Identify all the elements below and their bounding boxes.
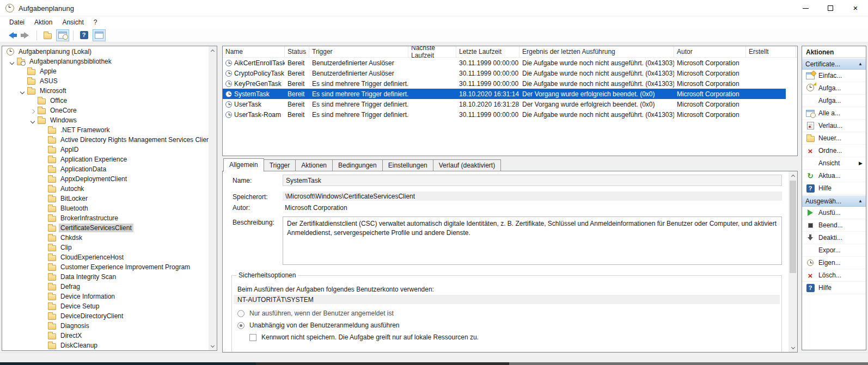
tree-item-clip[interactable]: Clip [2,243,208,252]
action-verlau[interactable]: Verlau... [802,120,866,132]
action-deakti[interactable]: Deakti... [802,232,866,244]
scroll-down-button[interactable] [788,344,797,352]
tree-item-office[interactable]: Office [2,96,208,106]
table-row-systemtask[interactable]: SystemTaskBereitEs sind mehrere Trigger … [223,89,786,99]
actions-section-ausgewäh[interactable]: Ausgewäh...▲ [802,195,866,207]
show-action-pane-button[interactable] [93,29,106,41]
tree-item-bluetooth[interactable]: Bluetooth [2,203,208,213]
radio-run-independent[interactable]: Unabhängig von der Benutzeranmeldung aus… [237,321,400,329]
help-button[interactable]: ? [77,29,90,41]
chevron-down-icon[interactable] [28,118,38,123]
scroll-up-button[interactable] [788,171,797,180]
table-row-aikcertenrolltask[interactable]: AikCertEnrollTaskBereitBenutzerdefiniert… [223,58,786,68]
chevron-down-icon[interactable] [7,59,17,64]
column-header-status[interactable]: Status [285,46,309,58]
tree-item-applicationdata[interactable]: ApplicationData [2,164,208,174]
action-ordne[interactable]: ×Ordne... [802,145,866,157]
action-hilfe[interactable]: ?Hilfe [802,282,866,294]
tree-item-brokerinfrastructure[interactable]: BrokerInfrastructure [2,213,208,223]
scroll-down-button[interactable] [209,342,217,350]
menu-datei[interactable]: Datei [4,17,29,28]
tab-trigger[interactable]: Trigger [264,159,296,171]
tree-item-microsoft[interactable]: Microsoft [2,86,208,96]
radio-icon-checked[interactable] [237,322,244,329]
forward-button[interactable] [20,29,33,41]
tab-allgemein[interactable]: Allgemein [223,158,264,172]
tab-verlauf-deaktiviert[interactable]: Verlauf (deaktiviert) [433,159,501,171]
tree-item-bitlocker[interactable]: BitLocker [2,194,208,203]
show-console-tree-button[interactable] [56,29,69,41]
column-header-ergebnis-der-letzten-ausführung[interactable]: Ergebnis der letzten Ausführung [519,46,674,58]
tree-item-certificateservicesclient[interactable]: CertificateServicesClient [2,223,208,233]
collapse-icon[interactable]: ▲ [858,61,863,66]
action-hilfe[interactable]: ?Hilfe [802,182,866,195]
action-alle-a[interactable]: Alle a... [802,107,866,120]
tree-item-device-information[interactable]: Device Information [2,292,208,301]
tree-item-asus[interactable]: ASUS [2,76,208,86]
tree-scrollbar[interactable] [209,46,217,350]
scroll-up-button[interactable] [209,46,217,54]
scrollbar-thumb[interactable] [790,181,796,273]
name-field[interactable] [283,175,782,186]
table-row-usertask[interactable]: UserTaskBereitEs sind mehrere Trigger de… [223,99,786,109]
column-header-name[interactable]: Name [223,46,285,58]
action-eigen[interactable]: Eigen... [802,257,866,269]
tree-item-data-integrity-scan[interactable]: Data Integrity Scan [2,272,208,282]
tree-item-diskcleanup[interactable]: DiskCleanup [2,341,208,350]
action-ansicht[interactable]: Ansicht▶ [802,157,866,170]
tree-item-onecore[interactable]: OneCore [2,106,208,115]
action-neuer[interactable]: Neuer... [802,132,866,145]
checkbox-no-password[interactable]: Kennwort nicht speichern. Die Aufgabe gr… [249,333,479,341]
column-header-nächste-laufzeit[interactable]: Nächste Laufzeit [408,46,456,58]
menu-[interactable]: ? [89,17,102,28]
checkbox-icon[interactable] [249,334,256,341]
tree-item-aufgabenplanung-lokal[interactable]: Aufgabenplanung (Lokal) [2,47,208,57]
tree-item-windows[interactable]: Windows [2,115,208,125]
tree-item-chkdsk[interactable]: Chkdsk [2,233,208,243]
tree-item-aufgabenplanungsbibliothek[interactable]: Aufgabenplanungsbibliothek [2,57,208,66]
action-beend[interactable]: Beend... [802,219,866,232]
menu-ansicht[interactable]: Ansicht [57,17,88,28]
tree-item-active-directory-rights-management-services-client[interactable]: Active Directory Rights Management Servi… [2,135,208,145]
tree-item-application-experience[interactable]: Application Experience [2,154,208,164]
radio-run-logged-on[interactable]: Nur ausführen, wenn der Benutzer angemel… [237,310,394,317]
tree-item-directx[interactable]: DirectX [2,331,208,341]
radio-icon[interactable] [237,310,244,317]
import-task-button[interactable] [41,29,54,41]
action-aktua[interactable]: ↻Aktua... [802,170,866,182]
table-row-cryptopolicytask[interactable]: CryptoPolicyTaskBereitBenutzerdefinierte… [223,68,786,78]
menu-aktion[interactable]: Aktion [29,17,57,28]
chevron-right-icon[interactable] [28,108,38,113]
tab-einstellungen[interactable]: Einstellungen [382,159,433,171]
action-ausfü[interactable]: Ausfü... [802,207,866,219]
action-aufga[interactable]: Aufga... [802,82,866,95]
table-row-usertask-roam[interactable]: UserTask-RoamBereitEs sind mehrere Trigg… [223,109,786,120]
minimize-button[interactable] [793,0,818,16]
tree-item-appid[interactable]: AppID [2,145,208,154]
detail-scrollbar[interactable] [788,171,797,352]
back-button[interactable] [4,29,17,41]
chevron-down-icon[interactable] [17,89,27,94]
close-button[interactable]: × [843,0,868,16]
column-header-trigger[interactable]: Trigger [309,46,408,58]
column-header-letzte-laufzeit[interactable]: Letzte Laufzeit [456,46,519,58]
tree-item-cloudexperiencehost[interactable]: CloudExperienceHost [2,252,208,262]
action-expor[interactable]: Expor... [802,244,866,257]
tree-item-customer-experience-improvement-program[interactable]: Customer Experience Improvement Program [2,262,208,272]
tab-aktionen[interactable]: Aktionen [295,159,333,171]
tree-item-device-setup[interactable]: Device Setup [2,301,208,311]
actions-section-certificate[interactable]: Certificate...▲ [802,58,866,70]
tree-item-autochk[interactable]: Autochk [2,184,208,194]
tree-item-devicedirectoryclient[interactable]: DeviceDirectoryClient [2,311,208,321]
action-aufga[interactable]: Aufga... [802,95,866,107]
tree-item-apple[interactable]: Apple [2,66,208,76]
table-row-keypregentask[interactable]: KeyPreGenTaskBereitEs sind mehrere Trigg… [223,78,786,89]
description-field[interactable]: Der Zertifikatdienstclient (CSC) verwalt… [283,216,782,265]
tree-item-appxdeploymentclient[interactable]: AppxDeploymentClient [2,174,208,184]
collapse-icon[interactable]: ▲ [858,199,863,203]
maximize-button[interactable] [818,0,843,16]
column-header-erstellt[interactable]: Erstellt [746,46,796,58]
tab-bedingungen[interactable]: Bedingungen [332,159,383,171]
tree-item-net-framework[interactable]: .NET Framework [2,125,208,135]
column-header-autor[interactable]: Autor [674,46,746,58]
